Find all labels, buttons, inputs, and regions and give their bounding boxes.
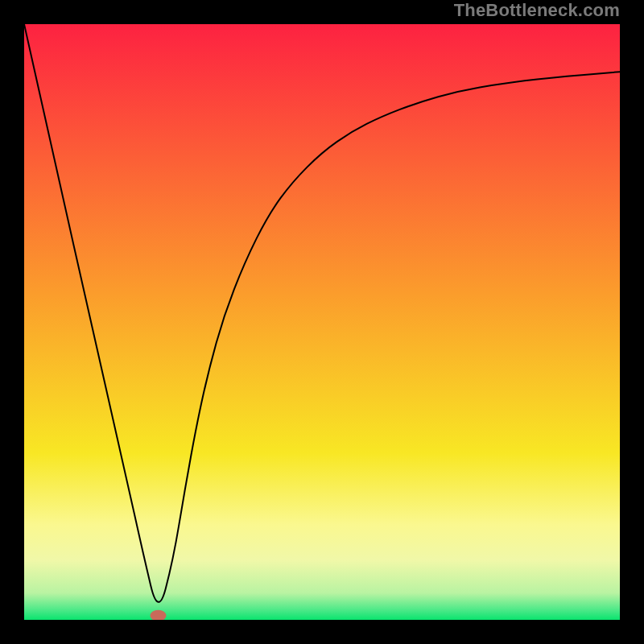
chart-svg — [24, 24, 620, 620]
plot-area — [24, 24, 620, 620]
watermark-text: TheBottleneck.com — [454, 0, 620, 21]
chart-frame: TheBottleneck.com — [0, 0, 644, 644]
gradient-background — [24, 24, 620, 620]
